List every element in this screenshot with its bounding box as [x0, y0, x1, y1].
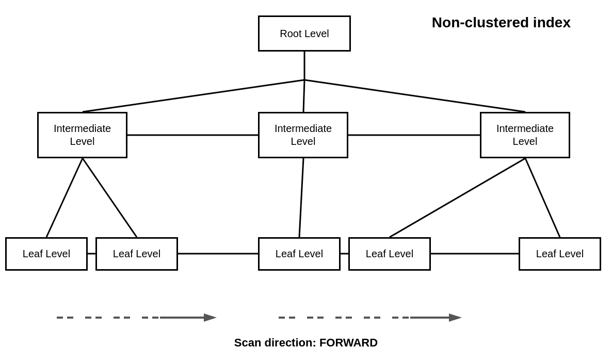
node-root: Root Level: [258, 15, 351, 52]
node-leaf-4: Leaf Level: [348, 237, 431, 271]
diagram: Non-clustered index: [0, 0, 612, 364]
node-intermediate-left: IntermediateLevel: [37, 112, 127, 158]
svg-line-9: [390, 158, 525, 237]
scan-direction-label: Scan direction: FORWARD: [0, 336, 612, 350]
node-leaf-3: Leaf Level: [258, 237, 341, 271]
title: Non-clustered index: [432, 14, 571, 31]
svg-marker-26: [449, 313, 462, 322]
node-leaf-5: Leaf Level: [519, 237, 601, 271]
svg-line-2: [303, 80, 304, 112]
node-intermediate-right: IntermediateLevel: [480, 112, 570, 158]
svg-marker-19: [204, 313, 217, 322]
node-intermediate-center: IntermediateLevel: [258, 112, 348, 158]
node-leaf-2: Leaf Level: [95, 237, 178, 271]
tree-lines: [0, 0, 612, 364]
svg-line-1: [83, 80, 304, 112]
svg-line-3: [304, 80, 525, 112]
svg-line-10: [525, 158, 560, 237]
svg-line-8: [299, 158, 303, 237]
svg-line-6: [46, 158, 83, 237]
node-leaf-1: Leaf Level: [5, 237, 88, 271]
svg-line-7: [83, 158, 137, 237]
